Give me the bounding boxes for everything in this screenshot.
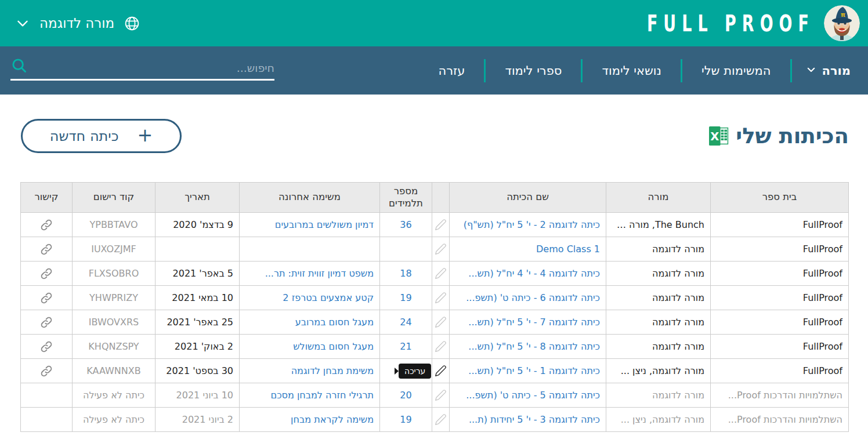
nav-item-my-tasks[interactable]: המשימות שלי [682, 64, 790, 78]
table-row: FullProofמורה לדוגמהכיתה לדוגמה 4 - י' 4… [21, 262, 849, 286]
date-cell: 25 באפר' 2021 [155, 310, 240, 335]
edit-pencil-icon[interactable] [435, 389, 447, 401]
class-name-link[interactable]: כיתה לדוגמה 1 - י' 5 יח"ל (תש... [468, 365, 600, 376]
table-row: השתלמויות והדרכות Proof...מורה לדוגמה, נ… [21, 408, 849, 432]
date-cell: 10 במאי 2021 [155, 286, 240, 310]
copy-link-icon[interactable] [40, 243, 53, 256]
header-last-task: משימה אחרונה [240, 183, 380, 213]
search-bar [10, 57, 274, 81]
school-cell: FullProof [711, 335, 849, 359]
class-name-link[interactable]: כיתה לדוגמה 8 - י' 5 יח"ל (תש... [468, 341, 600, 352]
class-name-link[interactable]: כיתה לדוגמה 4 - י' 4 יח"ל (תש... [468, 268, 600, 279]
link-cell [21, 310, 73, 335]
nav-item-textbooks[interactable]: ספרי לימוד [486, 64, 581, 78]
edit-pencil-icon[interactable] [435, 413, 447, 426]
edit-pencil-icon[interactable] [435, 365, 447, 377]
edit-cell [432, 310, 450, 335]
registration-code-cell: KHQNZSPY [73, 335, 155, 359]
last-task-cell: קטע אמצעים בטרפז 2 [240, 286, 380, 310]
students-count[interactable]: 19 [400, 292, 411, 303]
class-name-link[interactable]: כיתה לדוגמה 5 - כיתה ט' (תשפ... [466, 390, 600, 401]
class-name-link[interactable]: כיתה לדוגמה 2 - י' 5 יח"ל (תש"ף) [464, 219, 600, 230]
search-input[interactable] [32, 61, 274, 74]
edit-pencil-icon[interactable] [435, 316, 447, 328]
last-task-link[interactable]: דמיון משולשים במרובעים [275, 219, 374, 230]
nav-separator [484, 59, 486, 82]
header-school: בית ספר [711, 183, 849, 213]
students-count-cell: 19 [380, 286, 432, 310]
table-row: FullProofמורה לדוגמהDemo Class 1IUXOZJMF [21, 237, 849, 262]
copy-link-icon[interactable] [40, 316, 53, 329]
edit-cell [432, 286, 450, 310]
students-count[interactable]: 20 [400, 390, 411, 401]
header-students-count: מספר תלמידים [380, 183, 432, 213]
students-count[interactable]: 18 [400, 268, 411, 279]
header-class-name: שם הכיתה [450, 183, 606, 213]
svg-text:X: X [711, 130, 719, 143]
students-count[interactable]: 19 [400, 414, 411, 425]
title-group: הכיתות שלי X [708, 124, 849, 148]
link-cell [21, 408, 73, 432]
edit-pencil-icon[interactable] [435, 267, 447, 279]
students-count[interactable]: 21 [400, 341, 411, 352]
last-task-link[interactable]: משפט דמיון זווית זוית: תר... [265, 268, 374, 279]
last-task-link[interactable]: קטע אמצעים בטרפז 2 [283, 292, 374, 303]
copy-link-icon[interactable] [40, 365, 53, 377]
teacher-cell: מורה לדוגמה, ניצן ... [606, 408, 711, 432]
chevron-down-icon[interactable] [15, 16, 30, 31]
main-content: הכיתות שלי X + כיתה חדשה [0, 119, 868, 432]
students-count[interactable]: 24 [400, 317, 411, 328]
table-row: השתלמויות והדרכות Proof...מורה לדוגמהכית… [21, 383, 849, 408]
nav-separator [581, 59, 583, 82]
edit-pencil-icon[interactable] [435, 292, 447, 304]
class-name-link[interactable]: כיתה לדוגמה 7 - י' 5 יח"ל (תש... [468, 317, 600, 328]
last-task-link[interactable]: תרגילי חזרה למבחן מסכם [271, 390, 374, 401]
globe-icon[interactable] [124, 15, 140, 32]
students-count-cell: 18 [380, 262, 432, 286]
nav-item-teacher[interactable]: מורה [792, 64, 860, 78]
last-task-link[interactable]: מעגל חסום במשולש [293, 341, 374, 352]
last-task-cell: מעגל חסום במשולש [240, 335, 380, 359]
class-name-cell: כיתה לדוגמה 7 - י' 5 יח"ל (תש... [450, 310, 606, 335]
school-cell: FullProof [711, 286, 849, 310]
nav-item-study-subjects[interactable]: נושאי לימוד [583, 64, 681, 78]
user-name[interactable]: מורה לדוגמה [39, 16, 114, 31]
teacher-cell: מורה לדוגמה, ניצן ... [606, 359, 711, 383]
copy-link-icon[interactable] [40, 267, 53, 280]
content-header: הכיתות שלי X + כיתה חדשה [21, 119, 849, 153]
edit-pencil-icon[interactable] [435, 243, 447, 255]
registration-code-cell: IUXOZJMF [73, 237, 155, 262]
edit-pencil-icon[interactable] [435, 219, 447, 231]
edit-cell [432, 335, 450, 359]
avatar[interactable]: π [824, 5, 860, 41]
teacher-cell: מורה לדוגמה [606, 262, 711, 286]
edit-pencil-icon[interactable] [435, 340, 447, 353]
nav-menu: מורה המשימות שלי נושאי לימוד ספרי לימוד … [419, 46, 860, 95]
students-count[interactable]: 36 [400, 219, 411, 230]
last-task-link[interactable]: מעגל חסום במרובע [295, 317, 374, 328]
class-name-link[interactable]: Demo Class 1 [536, 244, 600, 255]
new-class-button[interactable]: + כיתה חדשה [21, 119, 182, 153]
class-name-link[interactable]: כיתה לדוגמה 6 - כיתה ט' (תשפ... [466, 292, 600, 303]
nav-separator [790, 59, 792, 82]
search-icon[interactable] [10, 57, 28, 74]
date-cell: 2 ביוני 2021 [155, 408, 240, 432]
edit-cell: עריכה [432, 359, 450, 383]
header-edit [432, 183, 450, 213]
copy-link-icon[interactable] [40, 340, 53, 353]
excel-export-icon[interactable]: X [708, 126, 729, 146]
last-task-link[interactable]: משימת מבחן לדוגמה [291, 365, 374, 376]
date-cell: 10 ביוני 2021 [155, 383, 240, 408]
user-area: מורה לדוגמה [15, 15, 140, 32]
school-cell: השתלמויות והדרכות Proof... [711, 383, 849, 408]
header-registration-code: קוד רישום [73, 183, 155, 213]
copy-link-icon[interactable] [40, 219, 53, 231]
last-task-link[interactable]: משימה לקראת מבחן [291, 414, 374, 425]
copy-link-icon[interactable] [40, 292, 53, 304]
class-name-link[interactable]: כיתה לדוגמה 3 - י' 5 יחידות (ת... [469, 414, 600, 425]
edit-cell [432, 383, 450, 408]
nav-item-help[interactable]: עזרה [419, 64, 484, 78]
table-header-row: בית ספר מורה שם הכיתה מספר תלמידים משימה… [21, 183, 849, 213]
main-nav-bar: מורה המשימות שלי נושאי לימוד ספרי לימוד … [0, 46, 868, 95]
edit-cell [432, 237, 450, 262]
